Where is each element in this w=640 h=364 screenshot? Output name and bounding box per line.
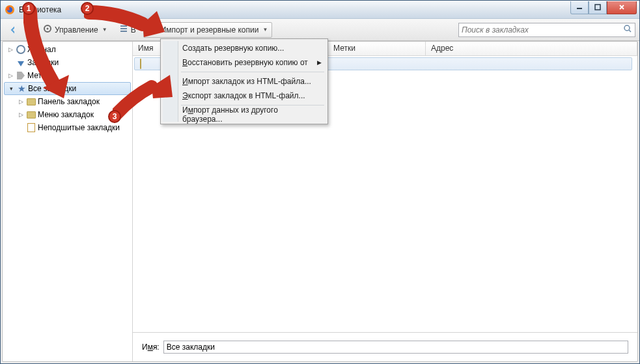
sidebar-item-unsorted-bookmarks[interactable]: Неподшитые закладки [3, 121, 132, 134]
svg-marker-14 [152, 75, 173, 98]
menu-restore-backup[interactable]: Восстановить резервную копию от▶ [163, 55, 326, 70]
minimize-button[interactable] [570, 1, 589, 14]
expand-icon[interactable]: ▷ [17, 111, 25, 118]
name-label: Имя: [142, 343, 160, 352]
annotation-arrow-3 [113, 71, 178, 123]
sidebar-item-label: Неподшитые закладки [38, 123, 120, 132]
expand-icon[interactable]: ▷ [7, 72, 14, 79]
menu-export-html[interactable]: Экспорт закладок в HTML-файл... [163, 89, 326, 103]
menu-create-backup[interactable]: Создать резервную копию... [163, 41, 326, 55]
menu-import-browser[interactable]: Импорт данных из другого браузера... [163, 107, 326, 122]
import-backup-label: Импорт и резервные копии [161, 25, 259, 35]
menu-import-html[interactable]: Импорт закладок из HTML-файла... [163, 74, 326, 89]
search-box[interactable] [458, 23, 635, 37]
svg-point-11 [624, 25, 630, 31]
annotation-badge-1: 1 [22, 2, 35, 15]
folder-icon [26, 109, 36, 120]
svg-marker-13 [143, 11, 165, 37]
menu-separator [181, 72, 324, 72]
close-button[interactable] [607, 1, 637, 14]
maximize-button[interactable] [589, 1, 607, 14]
library-window: Библиотека Управление▼ В Импорт и резерв… [0, 0, 640, 364]
name-input[interactable] [163, 341, 628, 354]
page-icon [26, 122, 36, 133]
submenu-arrow-icon: ▶ [317, 59, 322, 66]
details-form: Имя: [133, 333, 637, 361]
svg-rect-2 [577, 8, 582, 9]
collapse-icon[interactable]: ▾ [7, 85, 15, 92]
back-button[interactable] [5, 23, 19, 37]
import-backup-menu: Создать резервную копию... Восстановить … [160, 38, 328, 124]
annotation-arrow-2 [84, 5, 169, 37]
folder-icon [140, 59, 141, 68]
window-controls [570, 1, 637, 14]
column-tags[interactable]: Метки [328, 42, 426, 55]
sidebar-item-label: Меню закладок [38, 110, 94, 119]
svg-rect-3 [595, 5, 600, 10]
annotation-badge-2: 2 [81, 2, 94, 15]
annotation-arrow-1 [23, 5, 76, 102]
annotation-badge-3: 3 [108, 110, 121, 123]
search-input[interactable] [462, 25, 623, 35]
column-address[interactable]: Адрес [426, 42, 637, 55]
search-icon [623, 24, 632, 35]
expand-icon[interactable]: ▷ [7, 46, 14, 53]
firefox-icon [5, 5, 15, 15]
